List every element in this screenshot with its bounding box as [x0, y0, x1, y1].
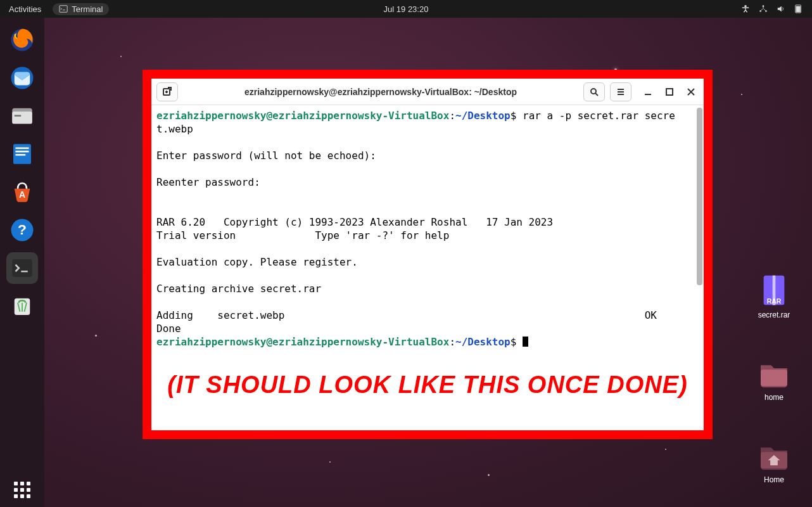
menu-button[interactable] [610, 82, 631, 101]
battery-icon[interactable] [794, 4, 803, 13]
new-tab-button[interactable] [156, 82, 178, 101]
svg-rect-10 [12, 112, 32, 124]
terminal-body[interactable]: ezriahzippernowsky@ezriahzippernowsky-Vi… [151, 105, 704, 352]
active-app-indicator[interactable]: Terminal [53, 3, 109, 15]
scrollbar[interactable] [697, 108, 702, 285]
svg-rect-28 [666, 89, 673, 95]
top-bar: Activities Terminal Jul 19 23:20 [0, 0, 812, 18]
svg-text:?: ? [18, 221, 27, 238]
search-button[interactable] [583, 82, 605, 101]
active-app-name: Terminal [72, 4, 103, 14]
svg-rect-6 [796, 6, 801, 13]
desktop-icon-label: home [749, 393, 799, 402]
annotated-frame: ezriahzippernowsky@ezriahzippernowsky-Vi… [143, 70, 713, 439]
minimize-button[interactable] [640, 84, 656, 99]
annotation-caption: (IT SHOULD LOOK LIKE THIS ONCE DONE) [151, 352, 704, 430]
activities-button[interactable]: Activities [9, 4, 41, 14]
svg-rect-15 [16, 154, 26, 156]
dock-terminal[interactable] [6, 252, 38, 284]
volume-icon[interactable] [777, 4, 785, 13]
dock: A ? [0, 18, 44, 507]
network-icon[interactable] [759, 4, 768, 13]
close-button[interactable] [683, 84, 699, 99]
show-applications-button[interactable] [14, 482, 30, 498]
desktop-icon-label: secret.rar [749, 311, 799, 319]
svg-text:A: A [19, 189, 25, 200]
svg-point-1 [744, 5, 747, 8]
dock-firefox[interactable] [6, 24, 38, 56]
cursor [523, 337, 528, 347]
terminal-titlebar: ezriahzippernowsky@ezriahzippernowsky-Vi… [151, 79, 704, 105]
svg-point-27 [591, 89, 596, 94]
maximize-button[interactable] [662, 84, 677, 99]
terminal-icon [59, 4, 68, 13]
dock-help[interactable]: ? [6, 214, 38, 246]
svg-rect-14 [16, 151, 29, 153]
desktop-icon-home-folder[interactable]: home [749, 355, 799, 402]
desktop-icon-home[interactable]: Home [749, 437, 799, 484]
dock-software[interactable]: A [6, 176, 38, 208]
desktop-icon-label: Home [749, 475, 799, 484]
svg-rect-13 [16, 148, 29, 150]
dock-thunderbird[interactable] [6, 62, 38, 94]
terminal-window: ezriahzippernowsky@ezriahzippernowsky-Vi… [151, 79, 704, 352]
svg-text:RAR: RAR [767, 297, 782, 305]
svg-rect-19 [12, 259, 32, 277]
dock-trash[interactable] [6, 290, 38, 322]
dock-files[interactable] [6, 100, 38, 132]
svg-rect-11 [15, 115, 22, 117]
clock[interactable]: Jul 19 23:20 [384, 4, 429, 14]
desktop-icon-secret-rar[interactable]: RAR secret.rar [749, 273, 799, 319]
svg-rect-0 [60, 6, 67, 13]
terminal-title: ezriahzippernowsky@ezriahzippernowsky-Vi… [183, 87, 578, 97]
svg-rect-24 [761, 369, 787, 386]
dock-writer[interactable] [6, 138, 38, 170]
accessibility-icon[interactable] [741, 4, 750, 13]
